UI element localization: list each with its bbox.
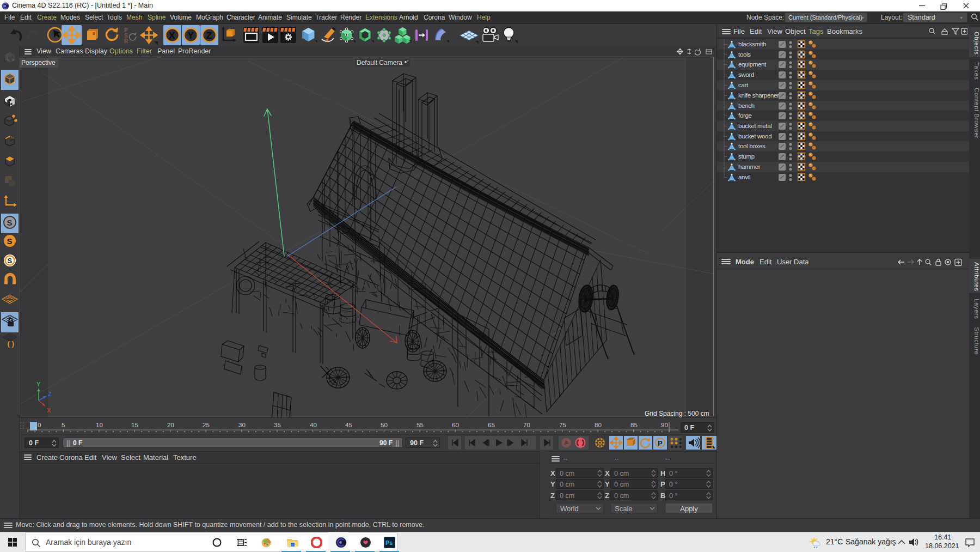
svg-text:10: 10 [96, 422, 103, 428]
svg-text:15: 15 [131, 422, 138, 428]
svg-text:70: 70 [523, 422, 530, 428]
svg-text:80: 80 [595, 422, 602, 428]
svg-text:R: R [124, 38, 128, 44]
svg-text:55: 55 [416, 422, 424, 428]
svg-text:35: 35 [274, 422, 281, 428]
svg-text:45: 45 [345, 422, 352, 428]
svg-text:P: P [658, 439, 663, 447]
svg-text:5: 5 [62, 422, 65, 428]
svg-text:85: 85 [630, 422, 638, 428]
svg-text:0: 0 [38, 422, 41, 428]
svg-text:S: S [7, 236, 13, 246]
svg-text:60: 60 [452, 422, 459, 428]
svg-text:65: 65 [488, 422, 495, 428]
svg-text:(): () [7, 340, 15, 348]
svg-text:X: X [169, 31, 175, 41]
svg-text:Z: Z [206, 31, 212, 41]
svg-text:40: 40 [310, 422, 317, 428]
svg-text:Ps: Ps [385, 539, 393, 546]
svg-text:30: 30 [238, 422, 246, 428]
svg-text:S: S [8, 257, 13, 265]
svg-text:25: 25 [203, 422, 210, 428]
svg-text:75: 75 [559, 422, 566, 428]
svg-text:90: 90 [661, 422, 668, 428]
svg-text:Y: Y [188, 31, 194, 41]
svg-text:S: S [7, 218, 13, 227]
svg-text:20: 20 [167, 422, 174, 428]
svg-text:50: 50 [381, 422, 388, 428]
